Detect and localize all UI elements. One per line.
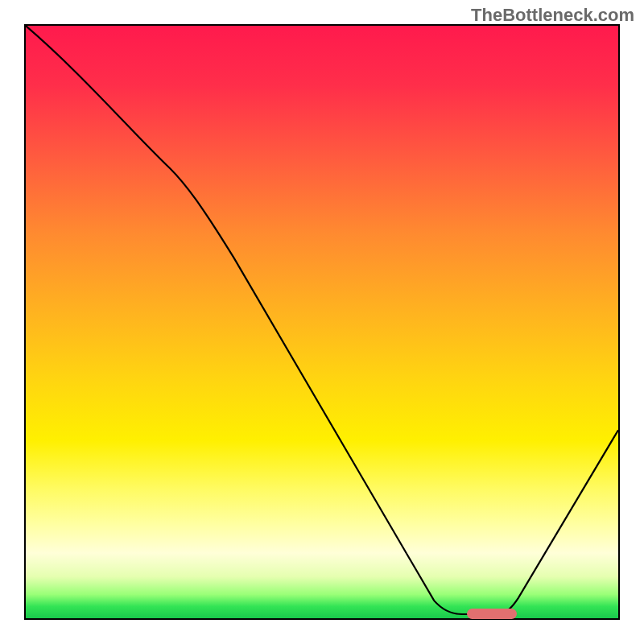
optimal-range-marker <box>467 609 517 619</box>
plot-area <box>24 24 620 620</box>
curve-path <box>26 26 618 614</box>
watermark-text: TheBottleneck.com <box>471 5 634 26</box>
bottleneck-curve <box>26 26 618 618</box>
